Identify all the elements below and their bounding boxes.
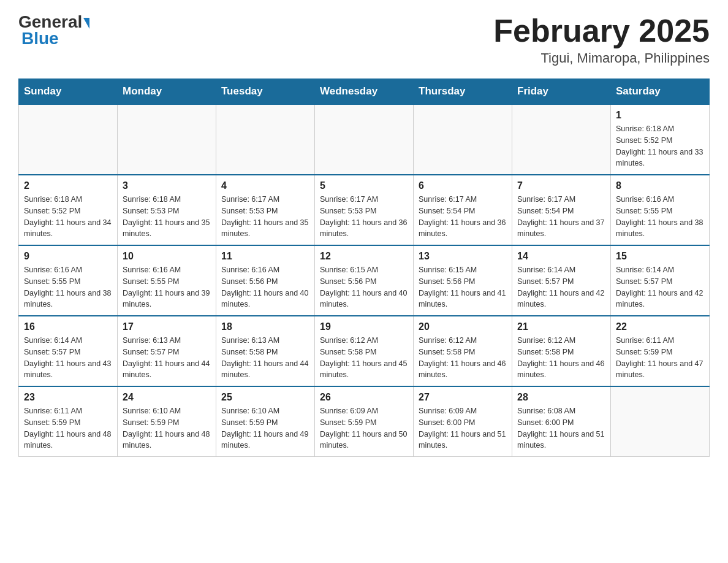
day-cell bbox=[611, 386, 710, 457]
day-number: 6 bbox=[419, 180, 507, 191]
day-info: Sunrise: 6:12 AMSunset: 5:58 PMDaylight:… bbox=[419, 335, 507, 381]
day-number: 27 bbox=[419, 392, 507, 403]
day-info: Sunrise: 6:14 AMSunset: 5:57 PMDaylight:… bbox=[616, 264, 704, 310]
day-number: 22 bbox=[616, 321, 704, 332]
day-cell: 2Sunrise: 6:18 AMSunset: 5:52 PMDaylight… bbox=[19, 175, 118, 245]
day-number: 16 bbox=[24, 321, 112, 332]
day-info: Sunrise: 6:17 AMSunset: 5:53 PMDaylight:… bbox=[221, 194, 309, 240]
day-cell bbox=[315, 104, 414, 175]
day-number: 28 bbox=[517, 392, 605, 403]
day-number: 3 bbox=[123, 180, 211, 191]
day-info: Sunrise: 6:09 AMSunset: 5:59 PMDaylight:… bbox=[320, 405, 408, 451]
day-number: 21 bbox=[517, 321, 605, 332]
day-info: Sunrise: 6:08 AMSunset: 6:00 PMDaylight:… bbox=[517, 405, 605, 451]
day-number: 15 bbox=[616, 251, 704, 262]
day-info: Sunrise: 6:14 AMSunset: 5:57 PMDaylight:… bbox=[517, 264, 605, 310]
day-number: 25 bbox=[221, 392, 309, 403]
day-info: Sunrise: 6:16 AMSunset: 5:55 PMDaylight:… bbox=[123, 264, 211, 310]
week-row-3: 9Sunrise: 6:16 AMSunset: 5:55 PMDaylight… bbox=[19, 245, 710, 316]
day-cell: 1Sunrise: 6:18 AMSunset: 5:52 PMDaylight… bbox=[611, 104, 710, 175]
day-number: 12 bbox=[320, 251, 408, 262]
day-info: Sunrise: 6:12 AMSunset: 5:58 PMDaylight:… bbox=[320, 335, 408, 381]
day-number: 18 bbox=[221, 321, 309, 332]
day-cell: 4Sunrise: 6:17 AMSunset: 5:53 PMDaylight… bbox=[216, 175, 315, 245]
day-number: 26 bbox=[320, 392, 408, 403]
title-block: February 2025 Tigui, Mimaropa, Philippin… bbox=[493, 12, 710, 66]
day-info: Sunrise: 6:15 AMSunset: 5:56 PMDaylight:… bbox=[419, 264, 507, 310]
day-number: 17 bbox=[123, 321, 211, 332]
day-cell: 16Sunrise: 6:14 AMSunset: 5:57 PMDayligh… bbox=[19, 316, 118, 386]
logo-triangle-icon bbox=[83, 18, 89, 29]
day-cell: 24Sunrise: 6:10 AMSunset: 5:59 PMDayligh… bbox=[118, 386, 216, 457]
day-info: Sunrise: 6:11 AMSunset: 5:59 PMDaylight:… bbox=[616, 335, 704, 381]
day-info: Sunrise: 6:18 AMSunset: 5:52 PMDaylight:… bbox=[24, 194, 112, 240]
day-number: 23 bbox=[24, 392, 112, 403]
calendar-header-row: Sunday Monday Tuesday Wednesday Thursday… bbox=[19, 79, 710, 105]
col-monday: Monday bbox=[118, 79, 216, 105]
day-info: Sunrise: 6:17 AMSunset: 5:54 PMDaylight:… bbox=[517, 194, 605, 240]
logo-blue-text: Blue bbox=[21, 29, 59, 48]
col-thursday: Thursday bbox=[414, 79, 512, 105]
week-row-2: 2Sunrise: 6:18 AMSunset: 5:52 PMDaylight… bbox=[19, 175, 710, 245]
day-cell: 12Sunrise: 6:15 AMSunset: 5:56 PMDayligh… bbox=[315, 245, 414, 316]
day-info: Sunrise: 6:11 AMSunset: 5:59 PMDaylight:… bbox=[24, 405, 112, 451]
day-cell bbox=[512, 104, 611, 175]
day-info: Sunrise: 6:16 AMSunset: 5:55 PMDaylight:… bbox=[616, 194, 704, 240]
col-wednesday: Wednesday bbox=[315, 79, 414, 105]
day-cell: 6Sunrise: 6:17 AMSunset: 5:54 PMDaylight… bbox=[414, 175, 512, 245]
logo: General Blue bbox=[18, 12, 89, 48]
day-cell bbox=[414, 104, 512, 175]
day-cell: 19Sunrise: 6:12 AMSunset: 5:58 PMDayligh… bbox=[315, 316, 414, 386]
day-number: 5 bbox=[320, 180, 408, 191]
col-saturday: Saturday bbox=[611, 79, 710, 105]
day-info: Sunrise: 6:15 AMSunset: 5:56 PMDaylight:… bbox=[320, 264, 408, 310]
month-title: February 2025 bbox=[493, 12, 710, 49]
day-cell: 21Sunrise: 6:12 AMSunset: 5:58 PMDayligh… bbox=[512, 316, 611, 386]
week-row-1: 1Sunrise: 6:18 AMSunset: 5:52 PMDaylight… bbox=[19, 104, 710, 175]
day-cell: 8Sunrise: 6:16 AMSunset: 5:55 PMDaylight… bbox=[611, 175, 710, 245]
day-cell bbox=[216, 104, 315, 175]
day-cell: 3Sunrise: 6:18 AMSunset: 5:53 PMDaylight… bbox=[118, 175, 216, 245]
day-number: 1 bbox=[616, 110, 704, 121]
day-cell: 10Sunrise: 6:16 AMSunset: 5:55 PMDayligh… bbox=[118, 245, 216, 316]
day-info: Sunrise: 6:13 AMSunset: 5:58 PMDaylight:… bbox=[221, 335, 309, 381]
col-tuesday: Tuesday bbox=[216, 79, 315, 105]
day-cell: 17Sunrise: 6:13 AMSunset: 5:57 PMDayligh… bbox=[118, 316, 216, 386]
day-number: 8 bbox=[616, 180, 704, 191]
day-number: 24 bbox=[123, 392, 211, 403]
col-sunday: Sunday bbox=[19, 79, 118, 105]
day-info: Sunrise: 6:09 AMSunset: 6:00 PMDaylight:… bbox=[419, 405, 507, 451]
day-info: Sunrise: 6:18 AMSunset: 5:53 PMDaylight:… bbox=[123, 194, 211, 240]
day-info: Sunrise: 6:10 AMSunset: 5:59 PMDaylight:… bbox=[221, 405, 309, 451]
day-info: Sunrise: 6:17 AMSunset: 5:54 PMDaylight:… bbox=[419, 194, 507, 240]
day-cell: 5Sunrise: 6:17 AMSunset: 5:53 PMDaylight… bbox=[315, 175, 414, 245]
location-text: Tigui, Mimaropa, Philippines bbox=[493, 50, 710, 66]
day-cell: 15Sunrise: 6:14 AMSunset: 5:57 PMDayligh… bbox=[611, 245, 710, 316]
day-cell: 7Sunrise: 6:17 AMSunset: 5:54 PMDaylight… bbox=[512, 175, 611, 245]
week-row-5: 23Sunrise: 6:11 AMSunset: 5:59 PMDayligh… bbox=[19, 386, 710, 457]
day-number: 10 bbox=[123, 251, 211, 262]
day-info: Sunrise: 6:13 AMSunset: 5:57 PMDaylight:… bbox=[123, 335, 211, 381]
calendar-table: Sunday Monday Tuesday Wednesday Thursday… bbox=[18, 79, 710, 457]
day-cell: 26Sunrise: 6:09 AMSunset: 5:59 PMDayligh… bbox=[315, 386, 414, 457]
day-info: Sunrise: 6:16 AMSunset: 5:55 PMDaylight:… bbox=[24, 264, 112, 310]
day-number: 20 bbox=[419, 321, 507, 332]
day-cell: 23Sunrise: 6:11 AMSunset: 5:59 PMDayligh… bbox=[19, 386, 118, 457]
day-info: Sunrise: 6:17 AMSunset: 5:53 PMDaylight:… bbox=[320, 194, 408, 240]
day-number: 2 bbox=[24, 180, 112, 191]
day-number: 4 bbox=[221, 180, 309, 191]
day-number: 11 bbox=[221, 251, 309, 262]
page-header: General Blue February 2025 Tigui, Mimaro… bbox=[18, 12, 710, 66]
day-cell: 9Sunrise: 6:16 AMSunset: 5:55 PMDaylight… bbox=[19, 245, 118, 316]
day-info: Sunrise: 6:16 AMSunset: 5:56 PMDaylight:… bbox=[221, 264, 309, 310]
day-info: Sunrise: 6:10 AMSunset: 5:59 PMDaylight:… bbox=[123, 405, 211, 451]
week-row-4: 16Sunrise: 6:14 AMSunset: 5:57 PMDayligh… bbox=[19, 316, 710, 386]
day-cell: 28Sunrise: 6:08 AMSunset: 6:00 PMDayligh… bbox=[512, 386, 611, 457]
day-cell: 20Sunrise: 6:12 AMSunset: 5:58 PMDayligh… bbox=[414, 316, 512, 386]
day-number: 19 bbox=[320, 321, 408, 332]
day-number: 13 bbox=[419, 251, 507, 262]
day-info: Sunrise: 6:18 AMSunset: 5:52 PMDaylight:… bbox=[616, 123, 704, 169]
day-number: 14 bbox=[517, 251, 605, 262]
day-number: 7 bbox=[517, 180, 605, 191]
day-cell: 13Sunrise: 6:15 AMSunset: 5:56 PMDayligh… bbox=[414, 245, 512, 316]
